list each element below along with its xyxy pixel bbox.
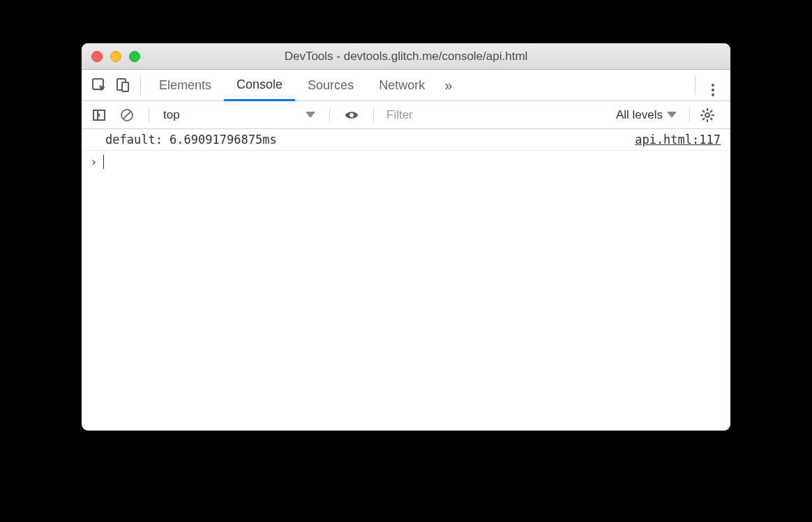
chevron-down-icon <box>306 112 315 118</box>
window-title: DevTools - devtools.glitch.me/console/ap… <box>82 50 730 64</box>
log-level-label: All levels <box>616 108 663 122</box>
log-message: default: 6.69091796875ms <box>105 133 277 147</box>
prompt-caret-icon: › <box>90 154 98 169</box>
svg-line-6 <box>123 112 130 119</box>
separator <box>149 107 149 123</box>
minimize-window-button[interactable] <box>110 51 121 62</box>
console-prompt[interactable]: › <box>82 151 730 172</box>
tab-network[interactable]: Network <box>366 70 437 101</box>
clear-console-icon[interactable] <box>115 103 139 127</box>
main-menu-button[interactable] <box>701 74 725 96</box>
device-toolbar-icon[interactable] <box>111 73 135 97</box>
separator <box>689 107 690 123</box>
devtools-window: DevTools - devtools.glitch.me/console/ap… <box>82 43 730 431</box>
traffic-lights <box>82 51 140 62</box>
more-tabs-button[interactable]: » <box>437 77 459 94</box>
chevron-down-icon <box>667 112 677 118</box>
execution-context-value: top <box>163 108 180 122</box>
close-window-button[interactable] <box>91 51 103 62</box>
log-row: default: 6.69091796875ms api.html:117 <box>82 129 730 151</box>
filter-input[interactable] <box>384 105 516 125</box>
execution-context-selector[interactable]: top <box>159 106 319 124</box>
zoom-window-button[interactable] <box>129 51 140 62</box>
console-toolbar: top All levels <box>82 101 730 129</box>
log-source-link[interactable]: api.html:117 <box>635 133 721 147</box>
tab-console[interactable]: Console <box>224 70 295 101</box>
gear-icon <box>700 107 715 123</box>
toggle-console-sidebar-icon[interactable] <box>87 103 111 127</box>
svg-line-14 <box>702 118 705 120</box>
tab-elements[interactable]: Elements <box>146 70 224 101</box>
chevron-double-right-icon: » <box>444 77 452 94</box>
console-settings-button[interactable] <box>700 107 725 123</box>
window-titlebar: DevTools - devtools.glitch.me/console/ap… <box>82 43 730 70</box>
separator <box>695 75 696 95</box>
text-cursor <box>103 155 105 169</box>
panel-tabs: Elements Console Sources Network <box>146 70 437 101</box>
svg-line-15 <box>710 110 712 112</box>
kebab-icon <box>712 84 714 96</box>
live-expression-icon[interactable] <box>340 103 363 127</box>
svg-rect-2 <box>122 82 128 91</box>
log-level-selector[interactable]: All levels <box>613 108 679 122</box>
main-tabbar: Elements Console Sources Network » <box>82 70 730 101</box>
separator <box>140 75 141 95</box>
svg-point-7 <box>349 113 354 117</box>
svg-line-13 <box>710 118 712 120</box>
inspect-element-icon[interactable] <box>87 73 111 97</box>
separator <box>373 107 374 123</box>
console-output: default: 6.69091796875ms api.html:117 › <box>82 129 730 431</box>
tab-sources[interactable]: Sources <box>295 70 366 101</box>
separator <box>329 107 330 123</box>
svg-line-12 <box>702 110 705 112</box>
